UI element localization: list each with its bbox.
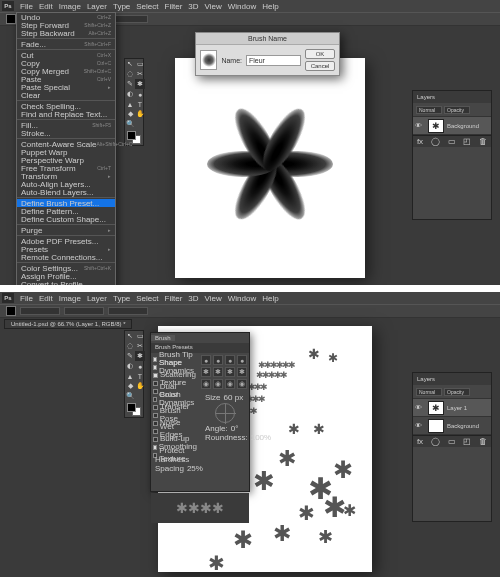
brush-tip[interactable]: ● [201,355,211,365]
menu-item[interactable]: Find and Replace Text... [17,110,115,118]
tool-button[interactable]: ✋ [135,381,145,391]
menu-type[interactable]: Type [113,294,130,303]
layer-row-bg[interactable]: 👁 Background [413,117,491,135]
blend-mode-select[interactable]: Normal [416,106,442,114]
menu-item[interactable]: Perspective Warp [17,156,115,164]
brush-tip[interactable]: ✱ [237,367,247,377]
tool-button[interactable]: ◌ [125,341,135,351]
tool-button[interactable]: ◌ [125,69,135,79]
layer-footer-icon[interactable]: ◯ [431,437,440,446]
layer-footer-icon[interactable]: fx [417,437,423,446]
tool-button[interactable]: ✋ [135,109,145,119]
layer-row[interactable]: 👁 Layer 1 [413,399,491,417]
menu-select[interactable]: Select [136,2,158,11]
visibility-icon[interactable]: 👁 [415,422,425,429]
tool-button[interactable]: ✎ [125,79,135,89]
menu-filter[interactable]: Filter [165,294,183,303]
visibility-icon[interactable]: 👁 [415,122,425,129]
tool-button[interactable]: ◐ [125,361,135,371]
layer-footer-icon[interactable]: ◰ [463,137,471,146]
blend-mode-select[interactable]: Normal [416,388,442,396]
tool-button[interactable]: ✂ [135,69,145,79]
layer-footer-icon[interactable]: ◯ [431,137,440,146]
brush-tip[interactable]: ✱ [225,367,235,377]
menu-help[interactable]: Help [262,294,278,303]
menu-select[interactable]: Select [136,294,158,303]
menu-item[interactable]: Step ForwardShift+Ctrl+Z [17,21,115,29]
menu-item[interactable]: Convert to Profile... [17,280,115,285]
menu-item[interactable]: Define Pattern... [17,207,115,215]
menu-item[interactable]: Paste Special▸ [17,83,115,91]
tool-button[interactable]: ✎ [125,351,135,361]
tool-button[interactable]: ▲ [125,371,135,381]
layer-footer-icon[interactable]: ▭ [448,137,456,146]
menu-item[interactable]: Auto-Blend Layers... [17,188,115,196]
menu-file[interactable]: File [20,294,33,303]
spacing-value[interactable]: 25% [187,464,203,473]
menu-item[interactable]: Define Brush Preset... [17,199,115,207]
brush-tip[interactable]: ● [225,355,235,365]
tool-button[interactable]: ● [135,89,145,99]
tool-button[interactable]: ◆ [125,109,135,119]
menu-item[interactable]: Fade...Shift+Ctrl+F [17,40,115,48]
menu-view[interactable]: View [205,294,222,303]
brush-tip[interactable]: ◉ [237,379,247,389]
menu-item[interactable]: Puppet Warp [17,148,115,156]
layer-footer-icon[interactable]: ◰ [463,437,471,446]
menu-type[interactable]: Type [113,2,130,11]
menu-item[interactable]: Content-Aware ScaleAlt+Shift+Ctrl+C [17,140,115,148]
tool-button[interactable]: ▭ [135,59,145,69]
fg-bg-colors[interactable] [125,401,143,417]
brush-tip[interactable]: ● [237,355,247,365]
menu-item[interactable]: Purge▸ [17,226,115,234]
opt-field[interactable] [108,307,148,315]
layer-footer-icon[interactable]: 🗑 [479,137,487,146]
menu-item[interactable]: Fill...Shift+F5 [17,121,115,129]
menu-item[interactable]: Step BackwardAlt+Ctrl+Z [17,29,115,37]
menu-item[interactable]: Clear [17,91,115,99]
menu-item[interactable]: UndoCtrl+Z [17,13,115,21]
menu-item[interactable]: Remote Connections... [17,253,115,261]
menu-layer[interactable]: Layer [87,294,107,303]
menu-item[interactable]: Stroke... [17,129,115,137]
visibility-icon[interactable]: 👁 [415,404,425,411]
roundness-value[interactable]: 100% [251,433,271,442]
ok-button[interactable]: OK [305,49,335,59]
menu-item[interactable]: Free TransformCtrl+T [17,164,115,172]
brush-tool-icon[interactable] [6,306,16,316]
tool-button[interactable]: T [135,371,145,381]
menu-item[interactable]: Color Settings...Shift+Ctrl+K [17,264,115,272]
menu-item[interactable]: Define Custom Shape... [17,215,115,223]
angle-control[interactable] [215,403,235,423]
opt-field[interactable] [20,307,60,315]
layer-footer-icon[interactable]: 🗑 [479,437,487,446]
tool-button[interactable]: ↖ [125,59,135,69]
opt-field[interactable] [64,307,104,315]
opacity-select[interactable]: Opacity [444,388,470,396]
menu-view[interactable]: View [205,2,222,11]
tool-button[interactable]: 🔍 [125,391,135,401]
menu-edit[interactable]: Edit [39,2,53,11]
menu-item[interactable]: Check Spelling... [17,102,115,110]
menu-edit[interactable]: Edit [39,294,53,303]
brush-tip[interactable]: ◉ [213,379,223,389]
menu-window[interactable]: Window [228,294,256,303]
menu-3d[interactable]: 3D [188,294,198,303]
menu-help[interactable]: Help [262,2,278,11]
tool-button[interactable]: ● [135,361,145,371]
layer-row[interactable]: 👁 Background [413,417,491,435]
brush-tip[interactable]: ● [213,355,223,365]
tool-button[interactable]: ◐ [125,89,135,99]
angle-value[interactable]: 0° [231,424,239,433]
menu-item[interactable]: Adobe PDF Presets... [17,237,115,245]
menu-window[interactable]: Window [228,2,256,11]
brush-tip[interactable]: ✱ [201,367,211,377]
tool-button[interactable]: ◆ [125,381,135,391]
tool-button[interactable]: T [135,99,145,109]
menu-3d[interactable]: 3D [188,2,198,11]
tool-button[interactable]: ✂ [135,341,145,351]
menu-item[interactable]: PasteCtrl+V [17,75,115,83]
menu-item[interactable]: Presets▸ [17,245,115,253]
tool-button[interactable]: ✱ [135,351,145,361]
menu-item[interactable]: Assign Profile... [17,272,115,280]
